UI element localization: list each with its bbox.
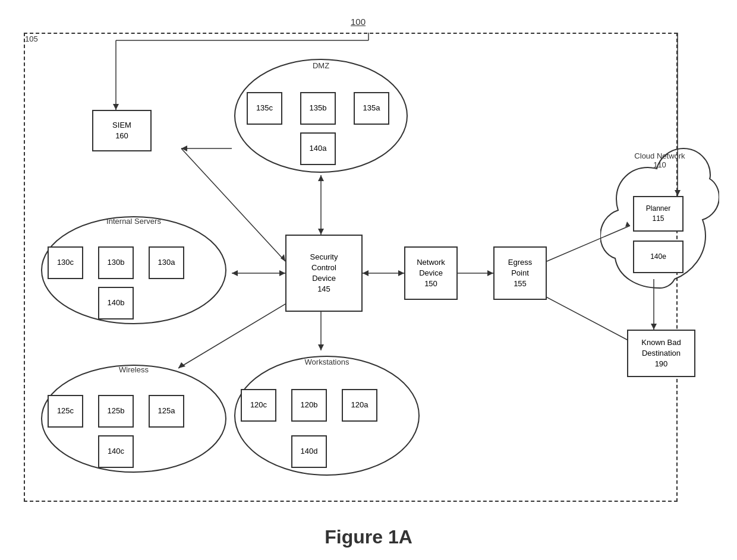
wireless-125c: 125c: [48, 395, 83, 428]
dmz-group: DMZ 135c 135b 135a 140a: [232, 56, 410, 175]
wireless-140c: 140c: [98, 435, 134, 468]
internal-130a: 130a: [149, 246, 184, 279]
cloud-140e-box: 140e: [633, 241, 684, 273]
cloud-network: Cloud Network110 Planner115 140e: [600, 137, 719, 297]
workstations-label: Workstations: [305, 357, 349, 366]
dmz-135a: 135a: [354, 92, 389, 125]
dmz-140a: 140a: [300, 132, 336, 165]
ref-105: 105: [25, 34, 38, 43]
dmz-135c: 135c: [247, 92, 282, 125]
wireless-label: Wireless: [119, 365, 149, 374]
dmz-label: DMZ: [313, 61, 329, 70]
workstations-120c: 120c: [241, 389, 276, 422]
internal-servers-label: Internal Servers: [106, 217, 161, 226]
egress-point-label: EgressPoint155: [508, 257, 532, 290]
known-bad-label: Known BadDestination190: [641, 337, 681, 370]
cloud-network-label: Cloud Network110: [634, 151, 685, 169]
workstations-120b: 120b: [291, 389, 327, 422]
siem-box: SIEM160: [92, 110, 152, 151]
internal-servers-group: Internal Servers 130c 130b 130a 140b: [39, 208, 229, 327]
internal-130c: 130c: [48, 246, 83, 279]
siem-label: SIEM160: [112, 120, 131, 141]
figure-caption: Figure 1A: [325, 526, 412, 548]
network-device-label: NetworkDevice150: [417, 257, 445, 290]
dmz-135b: 135b: [300, 92, 336, 125]
network-device-box: NetworkDevice150: [404, 246, 458, 300]
wireless-group: Wireless 125c 125b 125a 140c: [39, 356, 229, 475]
internal-130b: 130b: [98, 246, 134, 279]
wireless-125a: 125a: [149, 395, 184, 428]
diagram-container: 100 105: [0, 0, 737, 560]
planner-box: Planner115: [633, 196, 684, 232]
workstations-140d: 140d: [291, 435, 327, 468]
workstations-group: Workstations 120c 120b 120a 140d: [232, 350, 422, 478]
workstations-120a: 120a: [342, 389, 377, 422]
wireless-125b: 125b: [98, 395, 134, 428]
known-bad-box: Known BadDestination190: [627, 330, 695, 377]
ref-100: 100: [351, 17, 366, 27]
security-control-box: SecurityControlDevice145: [285, 235, 363, 312]
security-control-label: SecurityControlDevice145: [310, 252, 338, 295]
internal-140b: 140b: [98, 287, 134, 319]
egress-point-box: EgressPoint155: [493, 246, 547, 300]
